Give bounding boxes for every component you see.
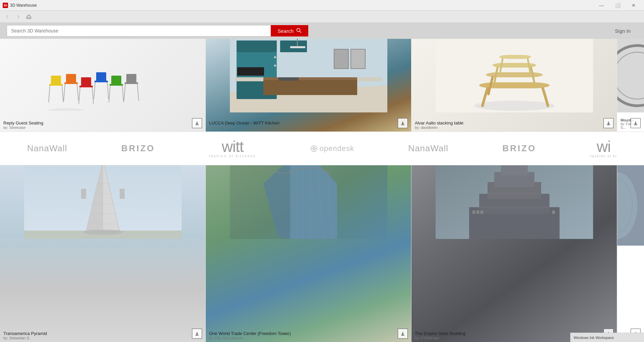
product-author-2: by: Witt Kitchen (209, 125, 408, 130)
product-info-3: Alvar Aalto stacking table by: davidheim (411, 118, 617, 132)
svg-rect-43 (351, 50, 365, 68)
download-btn-4[interactable] (631, 118, 641, 128)
sign-in-button[interactable]: Sign In (608, 28, 637, 34)
product-name-b2: One World Trade Center (Freedom Tower) (209, 331, 408, 336)
brand-strip: NanaWall BRIZO witt fashion of kitchens … (0, 132, 644, 165)
product-info-1: Reply Guest Seating by: Steelcase (0, 118, 205, 132)
brand-witt[interactable]: witt fashion of kitchens (209, 139, 256, 158)
brand-name-brizo-2: BRIZO (503, 143, 536, 154)
svg-line-6 (62, 86, 63, 102)
svg-rect-4 (51, 76, 61, 85)
product-name-2: LUCCA Deep Ocean - WITT Kitchen (209, 120, 408, 125)
product-author-b2: by: Filip Michalowski (209, 336, 408, 340)
svg-rect-97 (472, 210, 475, 214)
product-name-1: Reply Guest Seating (3, 120, 202, 125)
svg-line-13 (79, 87, 80, 104)
svg-rect-41 (334, 50, 348, 68)
product-card-1[interactable]: Reply Guest Seating by: Steelcase (0, 39, 206, 132)
product-card-2[interactable]: LUCCA Deep Ocean - WITT Kitchen by: Witt… (206, 39, 411, 132)
svg-line-14 (92, 87, 93, 104)
brand-opendesk[interactable]: opendesk (310, 144, 354, 153)
brand-tagline-witt-partial: fashion of ki (590, 154, 617, 158)
svg-rect-33 (263, 78, 357, 95)
product-author-3: by: davidheim (415, 125, 614, 130)
svg-line-22 (122, 86, 124, 102)
product-author-1: by: Steelcase (3, 125, 202, 130)
close-button[interactable]: ✕ (626, 0, 641, 11)
brand-witt-partial[interactable]: wi fashion of ki (590, 139, 617, 158)
home-button[interactable] (24, 12, 34, 21)
search-input-wrap: Search (7, 25, 308, 36)
svg-rect-20 (111, 76, 121, 85)
svg-rect-100 (552, 210, 555, 214)
brand-nanawall-2[interactable]: NanaWall (408, 143, 448, 154)
product-card-3[interactable]: Alvar Aalto stacking table by: davidheim (411, 39, 617, 132)
download-btn-1[interactable] (192, 118, 202, 128)
product-name-3: Alvar Aalto stacking table (415, 120, 614, 125)
svg-line-1 (300, 31, 302, 33)
title-bar: 3D 3D Warehouse — ⬜ ✕ (0, 0, 644, 11)
svg-point-45 (274, 65, 276, 67)
svg-point-2 (48, 108, 84, 111)
svg-line-21 (109, 86, 110, 102)
svg-point-76 (83, 230, 123, 235)
svg-rect-24 (126, 74, 136, 83)
back-button[interactable] (3, 12, 12, 21)
brand-name-witt: witt (222, 139, 244, 154)
top-products-grid: Reply Guest Seating by: Steelcase (0, 39, 644, 132)
product-card-b1[interactable]: Transamerica Pyramid by: Sebastian S. (0, 165, 206, 342)
svg-point-49 (474, 101, 555, 111)
svg-rect-39 (290, 46, 305, 48)
app-title: 3D Warehouse (10, 3, 594, 8)
search-icon (296, 28, 302, 34)
search-input[interactable] (7, 25, 271, 36)
product-image-3 (411, 39, 617, 112)
svg-rect-53 (499, 55, 531, 59)
product-card-b2[interactable]: One World Trade Center (Freedom Tower) b… (206, 165, 411, 342)
svg-rect-51 (486, 72, 543, 77)
svg-rect-75 (120, 189, 125, 199)
product-image-b3 (411, 165, 617, 239)
product-info-b1: Transamerica Pyramid by: Sebastian S. (0, 329, 205, 342)
brand-tagline-witt: fashion of kitchens (209, 154, 256, 158)
download-btn-b1[interactable] (192, 329, 202, 339)
product-card-b3[interactable]: The Empire State Building by: CS3Design (411, 165, 617, 342)
brand-brizo-2[interactable]: BRIZO (503, 143, 536, 154)
taskbar[interactable]: Windows Ink Workspace (570, 333, 644, 342)
product-card-b4[interactable]: 30 St Ma... by: Jake M... (617, 165, 644, 342)
svg-line-26 (137, 84, 139, 101)
download-btn-b2[interactable] (398, 329, 408, 339)
svg-rect-74 (81, 189, 86, 199)
svg-line-18 (107, 82, 109, 99)
search-bar: Search Sign In (0, 23, 644, 39)
svg-rect-34 (263, 77, 357, 80)
svg-line-9 (64, 84, 65, 101)
product-author-b1: by: Sebastian S. (3, 336, 202, 340)
product-info-b2: One World Trade Center (Freedom Tower) b… (206, 329, 411, 342)
brand-nanawall-1[interactable]: NanaWall (27, 143, 67, 154)
svg-marker-79 (290, 165, 337, 239)
svg-line-25 (124, 84, 125, 101)
window-controls: — ⬜ ✕ (594, 0, 641, 11)
maximize-button[interactable]: ⬜ (610, 0, 625, 11)
brand-brizo-1[interactable]: BRIZO (121, 143, 155, 154)
product-image-1 (0, 39, 205, 112)
download-btn-3[interactable] (603, 118, 614, 128)
product-card-4[interactable]: Mountai... by: Fukku G... (617, 39, 644, 132)
product-image-2 (206, 39, 411, 112)
product-image-b2 (206, 165, 411, 239)
brand-name-opendesk: opendesk (310, 144, 354, 153)
minimize-button[interactable]: — (594, 0, 609, 11)
svg-rect-37 (278, 77, 299, 81)
app-icon: 3D (3, 3, 8, 8)
main-content: Reply Guest Seating by: Steelcase (0, 39, 644, 342)
download-btn-2[interactable] (398, 118, 408, 128)
product-name-b1: Transamerica Pyramid (3, 331, 202, 336)
bottom-products-grid: Transamerica Pyramid by: Sebastian S. (0, 165, 644, 342)
svg-rect-12 (81, 77, 91, 87)
svg-rect-98 (476, 210, 479, 214)
search-button[interactable]: Search (271, 25, 308, 36)
svg-rect-38 (297, 39, 298, 47)
search-button-label: Search (277, 28, 294, 34)
forward-button[interactable] (13, 12, 23, 21)
